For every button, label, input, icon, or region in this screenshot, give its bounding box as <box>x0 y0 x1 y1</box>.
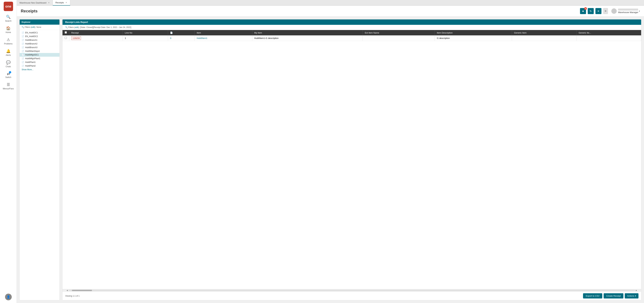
tab-receipts-label: Receipts <box>56 1 64 4</box>
col-header-itemdescription[interactable]: Item Description <box>435 30 512 35</box>
row-doc: 0 <box>168 35 195 41</box>
report-panel: Receipt Lists Report 🔍 Filters (edit): [… <box>62 19 641 300</box>
export-csv-button[interactable]: Export to CSV <box>583 293 602 298</box>
row-checkbox-cell <box>62 35 69 41</box>
create-receipt-button[interactable]: Create Receipt <box>604 293 624 298</box>
explorer-item-hub6plant1[interactable]: 📄 Hub6Plant1 <box>20 60 60 64</box>
avatar-icon: 👤 <box>5 293 12 300</box>
horizontal-scrollbar: ◀ ▶ <box>62 289 641 291</box>
sidebar-item-alerts[interactable]: 🔔 Alerts <box>0 47 16 58</box>
close-icon: ✕ <box>597 10 600 13</box>
explorer-filters-label: Filters <box>25 26 30 28</box>
doc-icon: 📄 <box>22 54 24 56</box>
menu-icon: ☰ <box>7 83 10 87</box>
tab-warehouse-dashboard[interactable]: Warehouse Neo Dashboard ✕ <box>17 0 53 6</box>
col-header-lineno[interactable]: Line No <box>123 30 168 35</box>
report-table-wrapper: Receipt Line No 📄 Item My Item Ext Item … <box>62 30 641 289</box>
doc-icon: 📄 <box>22 50 24 52</box>
content-area: Explorer 🔍 Filters (edit): None 📄 EN_Hub… <box>17 17 644 303</box>
doc-icon: 📄 <box>22 39 24 41</box>
header-right: ★ ★ ↻ ✕ ≡ Warehouse Manager ▾ <box>580 8 640 14</box>
explorer-item-hub6mfgaplant1[interactable]: 📄 Hub6MfgAPlant1 <box>20 57 60 60</box>
user-role-dropdown[interactable]: Warehouse Manager ▾ <box>618 9 640 14</box>
viewing-text: Viewing 1-1 of 1 <box>65 295 80 297</box>
explorer-item-hub6branch2-label: Hub6Branch2 <box>25 43 37 45</box>
col-header-myitem[interactable]: My Item <box>252 30 363 35</box>
doc-icon: 📄 <box>22 32 24 34</box>
sidebar-item-alerts-label: Alerts <box>6 54 11 56</box>
report-filters: 🔍 Filters (edit): [State: Closed][Receip… <box>62 25 641 30</box>
receipt-link[interactable]: 115233 <box>71 36 81 40</box>
chat-icon: 💬 <box>6 60 10 65</box>
explorer-item-hub6mfgadc1[interactable]: 📄 Hub6MfgADC1 <box>20 53 60 57</box>
refresh-button[interactable]: ↻ <box>588 8 594 14</box>
sidebar-item-menus-label: Menus/Favs <box>3 88 14 90</box>
sidebar-item-menus[interactable]: ☰ Menus/Favs <box>0 81 16 92</box>
explorer-show-more[interactable]: Show More... <box>20 68 60 71</box>
tab-receipts-close[interactable]: ✕ <box>65 2 67 4</box>
menu-button[interactable]: ≡ <box>603 8 608 14</box>
sidebar-item-switch[interactable]: ⇄ Switch <box>0 70 16 81</box>
doc-icon: 📄 <box>22 57 24 60</box>
sidebar-item-search[interactable]: 🔍 Search <box>0 13 16 24</box>
sidebar-item-home[interactable]: 🏠 Home <box>0 24 16 36</box>
scroll-track[interactable] <box>68 290 635 291</box>
col-header-item[interactable]: Item <box>195 30 252 35</box>
sidebar-item-chats[interactable]: 💬 Chats <box>0 58 16 70</box>
scroll-left-arrow[interactable]: ◀ <box>66 289 68 291</box>
search-icon: 🔍 <box>6 15 10 19</box>
favorite-badge: ★ <box>584 7 587 10</box>
scroll-right-arrow[interactable]: ▶ <box>635 289 638 291</box>
user-role: Warehouse Manager <box>618 11 638 14</box>
col-header-receipt[interactable]: Receipt <box>69 30 123 35</box>
sidebar-item-user-avatar[interactable]: 👤 <box>0 291 16 303</box>
explorer-item-hub6plant1-label: Hub6Plant1 <box>25 61 36 63</box>
page-header: Receipts ★ ★ ↻ ✕ ≡ Warehouse Manager <box>17 6 644 17</box>
doc-icon: 📄 <box>22 43 24 45</box>
tab-warehouse-dashboard-label: Warehouse Neo Dashboard <box>20 2 46 4</box>
col-header-extitemname[interactable]: Ext Item Name <box>363 30 435 35</box>
explorer-item-hub6maindepot[interactable]: 📄 Hub6MainDepot <box>20 49 60 53</box>
favorite-button[interactable]: ★ ★ <box>580 8 586 14</box>
explorer-item-en-hub6dc2[interactable]: 📄 EN_Hub6DC2 <box>20 35 60 38</box>
actions-button[interactable]: Actions ▾ <box>625 293 638 298</box>
col-header-genericitem[interactable]: Generic Item <box>512 30 576 35</box>
explorer-item-hub6branch3[interactable]: 📄 Hub6Branch3 <box>20 46 60 49</box>
row-myitem: Hub6Item1-I1 description <box>252 35 363 41</box>
col-header-doc[interactable]: 📄 <box>168 30 195 35</box>
explorer-item-en-hub6dc1-label: EN_Hub6DC1 <box>25 32 38 34</box>
row-checkbox[interactable] <box>65 37 67 39</box>
tab-bar: Warehouse Neo Dashboard ✕ Receipts ✕ <box>17 0 644 6</box>
main-area: Warehouse Neo Dashboard ✕ Receipts ✕ Rec… <box>17 0 644 303</box>
row-receipt: 115233 <box>69 35 123 41</box>
explorer-item-en-hub6dc1[interactable]: 📄 EN_Hub6DC1 <box>20 31 60 35</box>
star-icon: ★ <box>582 10 584 13</box>
report-table: Receipt Line No 📄 Item My Item Ext Item … <box>62 30 641 41</box>
warning-icon: ⚠ <box>7 38 10 42</box>
explorer-item-hub6mfgadc1-label: Hub6MfgADC1 <box>25 54 39 56</box>
col-header-checkbox <box>62 30 69 35</box>
explorer-item-hub6branch2[interactable]: 📄 Hub6Branch2 <box>20 42 60 46</box>
col-header-genericitem2[interactable]: Generic Ite... <box>576 30 641 35</box>
report-header: Receipt Lists Report <box>62 20 641 25</box>
explorer-item-hub6plant2[interactable]: 📄 Hub6Plant2 <box>20 64 60 68</box>
close-button[interactable]: ✕ <box>596 8 602 14</box>
row-extitemname <box>363 35 435 41</box>
report-filters-label: Filters <box>68 26 74 29</box>
report-filters-search-icon: 🔍 <box>65 26 68 29</box>
report-filters-edit[interactable]: edit <box>75 26 78 29</box>
search-filters-icon: 🔍 <box>22 26 24 28</box>
actions-label: Actions <box>627 294 634 297</box>
explorer-item-hub6branch1[interactable]: 📄 Hub6Branch1 <box>20 38 60 42</box>
doc-icon: 📄 <box>22 35 24 38</box>
bell-icon: 🔔 <box>6 49 10 53</box>
item-link[interactable]: Hub6Item1 <box>197 37 208 39</box>
table-row: 115233 1 0 Hub6Item1 Hub6Item1-I1 descri… <box>62 35 641 41</box>
sidebar-item-problems[interactable]: ⚠ Problems <box>0 36 16 47</box>
tab-receipts[interactable]: Receipts ✕ <box>53 0 70 6</box>
tab-warehouse-dashboard-close[interactable]: ✕ <box>48 2 50 4</box>
doc-link[interactable]: 0 <box>170 37 171 39</box>
select-all-checkbox[interactable] <box>65 31 67 34</box>
explorer-filters-edit[interactable]: edit <box>31 26 34 28</box>
app-logo[interactable]: one <box>4 2 13 11</box>
